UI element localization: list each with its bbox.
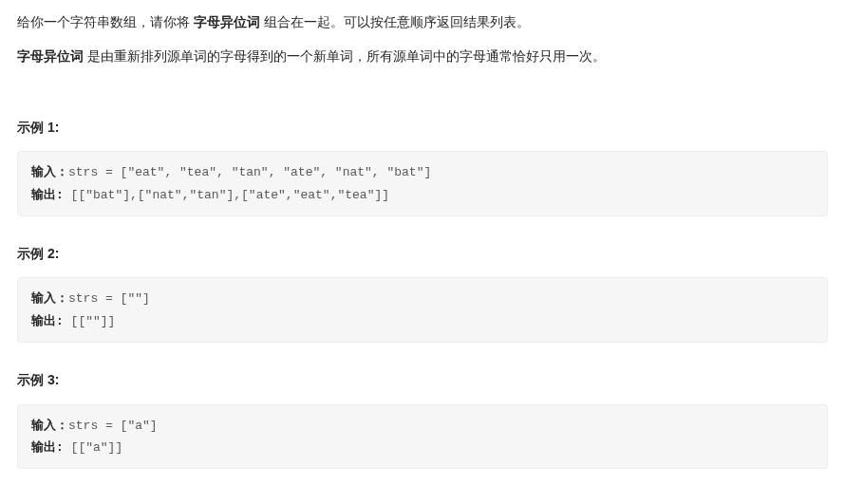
desc-p1-bold: 字母异位词 [194,14,260,29]
output-label: 输出: [31,440,71,455]
example-code-2: 输入：strs = [""] 输出: [[""]] [17,277,828,343]
input-label: 输入： [31,419,68,433]
output-value: [["bat"],["nat","tan"],["ate","eat","tea… [71,188,389,202]
example-code-1: 输入：strs = ["eat", "tea", "tan", "ate", "… [17,151,828,216]
desc-p1-suffix: 组合在一起。可以按任意顺序返回结果列表。 [260,14,530,29]
output-value: [[""]] [71,314,116,328]
output-label: 输出: [31,314,71,328]
desc-p1-prefix: 给你一个字符串数组，请你将 [17,14,194,29]
input-label: 输入： [31,165,68,179]
desc-p2-suffix: 是由重新排列源单词的字母得到的一个新单词，所有源单词中的字母通常恰好只用一次。 [84,48,606,64]
example-heading-3: 示例 3: [17,369,828,390]
output-label: 输出: [31,188,71,202]
input-label: 输入： [31,291,68,306]
output-value: [["a"]] [71,440,123,455]
desc-p2-bold: 字母异位词 [17,48,84,64]
problem-description: 给你一个字符串数组，请你将 字母异位词 组合在一起。可以按任意顺序返回结果列表。… [17,11,828,67]
description-paragraph-1: 给你一个字符串数组，请你将 字母异位词 组合在一起。可以按任意顺序返回结果列表。 [17,11,828,32]
example-heading-1: 示例 1: [17,117,828,138]
example-code-3: 输入：strs = ["a"] 输出: [["a"]] [17,404,828,470]
input-value: strs = ["eat", "tea", "tan", "ate", "nat… [68,165,431,179]
input-value: strs = ["a"] [68,419,158,433]
example-heading-2: 示例 2: [17,243,828,264]
input-value: strs = [""] [68,291,150,306]
description-paragraph-2: 字母异位词 是由重新排列源单词的字母得到的一个新单词，所有源单词中的字母通常恰好… [17,46,828,66]
